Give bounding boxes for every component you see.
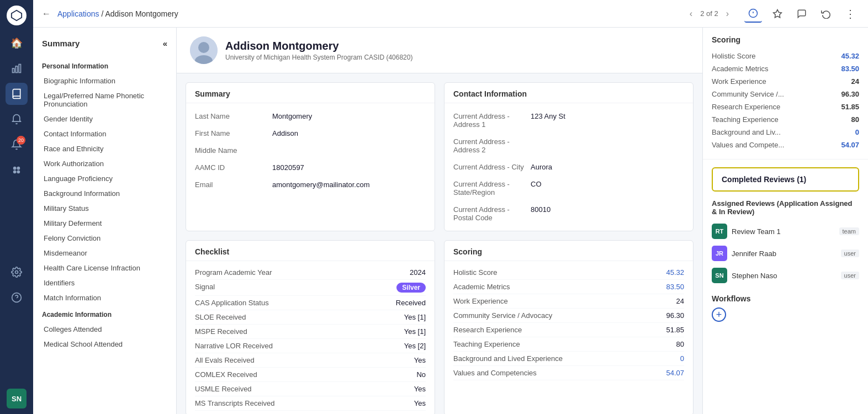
label-address1: Current Address - Address 1 — [453, 110, 531, 131]
sidebar-item-biographic[interactable]: Biographic Information — [33, 73, 176, 88]
sidebar-item-medical-school[interactable]: Medical School Attended — [33, 337, 176, 352]
sidebar-header: Summary « — [33, 34, 176, 52]
breadcrumb: Applications / Addison Montgomery — [57, 9, 178, 18]
info-icon[interactable] — [744, 5, 762, 23]
signal-badge: Silver — [396, 283, 426, 293]
add-workflow-button[interactable]: + — [712, 307, 726, 322]
next-record[interactable]: › — [724, 9, 731, 19]
contact-panel-title: Contact Information — [444, 83, 693, 103]
reviewer-avatar-rt: RT — [712, 224, 727, 239]
sidebar-item-colleges[interactable]: Colleges Attended — [33, 322, 176, 337]
label-email: Email — [195, 178, 272, 191]
svg-marker-0 — [12, 10, 22, 20]
reviewer-row-rt: RT Review Team 1 team — [703, 220, 868, 242]
more-icon[interactable]: ⋮ — [841, 5, 859, 23]
rp-scoring-section: Scoring Holistic Score 45.32 Academic Me… — [703, 28, 868, 160]
back-button[interactable]: ← — [42, 9, 51, 19]
nav-notifications[interactable]: 20 — [6, 134, 28, 156]
nav-help[interactable] — [6, 286, 28, 309]
sidebar: Summary « Personal Information Biographi… — [33, 28, 177, 414]
nav-settings[interactable] — [6, 261, 28, 283]
profile-name: Addison Montgomery — [225, 40, 412, 52]
completed-reviews-box[interactable]: Completed Reviews (1) — [712, 167, 859, 192]
checklist-row-usmle: USMLE Received Yes — [195, 382, 426, 396]
summary-contact-row: Summary Last Name Montgomery First Name … — [177, 73, 702, 240]
rp-teaching: Teaching Experience 80 — [712, 113, 859, 126]
rp-values-link[interactable]: 54.07 — [841, 141, 859, 149]
nav-home[interactable]: 🏠 — [6, 32, 28, 54]
breadcrumb-applications[interactable]: Applications — [57, 9, 99, 18]
values-score-link[interactable]: 54.07 — [666, 369, 684, 377]
app-logo — [7, 6, 27, 25]
sidebar-item-race[interactable]: Race and Ethnicity — [33, 141, 176, 156]
value-address2 — [531, 135, 684, 156]
checklist-row-narrative-lor: Narrative LOR Received Yes [2] — [195, 339, 426, 353]
value-middle-name — [272, 144, 426, 157]
scoring-row-values: Values and Competencies 54.07 — [453, 366, 684, 380]
assigned-reviews-title: Assigned Reviews (Application Assigned &… — [703, 199, 868, 220]
sidebar-item-legal-name[interactable]: Legal/Preferred Name Phonetic Pronunciat… — [33, 88, 176, 112]
record-count: 2 of 2 — [697, 9, 722, 18]
rp-research: Research Experience 51.85 — [712, 100, 859, 113]
prev-record[interactable]: ‹ — [687, 9, 695, 19]
checklist-row-cas: CAS Application Status Received — [195, 296, 426, 310]
sidebar-title: Summary — [42, 39, 80, 48]
value-city: Aurora — [531, 161, 684, 173]
history-icon[interactable] — [817, 5, 835, 23]
reviewer-tag-sn: user — [841, 272, 859, 279]
svg-rect-3 — [19, 65, 20, 73]
profile-info: Addison Montgomery University of Michiga… — [225, 40, 412, 61]
sidebar-item-healthcare-license[interactable]: Health Care License Infraction — [33, 261, 176, 275]
workflows-section: Workflows + — [703, 286, 868, 330]
rp-community: Community Service /... 96.30 — [712, 88, 859, 100]
top-action-icons: ⋮ — [744, 5, 859, 23]
sidebar-item-identifiers[interactable]: Identifiers — [33, 275, 176, 290]
sidebar-collapse-button[interactable]: « — [163, 39, 167, 48]
nav-apps[interactable] — [6, 159, 28, 181]
nav-chart[interactable] — [6, 57, 28, 79]
label-aamc: AAMC ID — [195, 161, 272, 174]
nav-book[interactable] — [6, 83, 28, 105]
checklist-row-mspe: MSPE Received Yes [1] — [195, 325, 426, 339]
contact-panel: Contact Information Current Address - Ad… — [444, 82, 694, 231]
rp-background-link[interactable]: 0 — [855, 128, 859, 136]
holistic-score-link[interactable]: 45.32 — [666, 268, 684, 277]
sidebar-item-felony[interactable]: Felony Conviction — [33, 231, 176, 246]
scoring-row-holistic: Holistic Score 45.32 — [453, 266, 684, 280]
rp-values: Values and Compete... 54.07 — [712, 139, 859, 151]
sidebar-section-academic: Academic Information — [33, 305, 176, 322]
value-last-name: Montgomery — [272, 110, 426, 123]
scoring-row-work: Work Experience 24 — [453, 294, 684, 309]
label-last-name: Last Name — [195, 110, 272, 123]
checklist-row-year: Program Academic Year 2024 — [195, 266, 426, 280]
user-avatar[interactable]: SN — [7, 389, 27, 408]
checklist-row-signal: Signal Silver — [195, 280, 426, 296]
checklist-scoring-row: Checklist Program Academic Year 2024 Sig… — [177, 240, 702, 414]
sidebar-item-military-deferment[interactable]: Military Deferment — [33, 216, 176, 231]
sidebar-item-military-status[interactable]: Military Status — [33, 201, 176, 216]
rp-holistic-link[interactable]: 45.32 — [841, 52, 859, 60]
star-icon[interactable] — [769, 5, 786, 23]
reviewer-tag-rt: team — [839, 227, 859, 235]
rp-holistic: Holistic Score 45.32 — [712, 50, 859, 62]
svg-rect-2 — [15, 66, 17, 73]
sidebar-item-background[interactable]: Background Information — [33, 186, 176, 201]
contact-grid: Current Address - Address 1 123 Any St C… — [453, 110, 684, 224]
sidebar-item-gender[interactable]: Gender Identity — [33, 112, 176, 126]
sidebar-item-language[interactable]: Language Proficiency — [33, 171, 176, 186]
summary-grid: Last Name Montgomery First Name Addison … — [195, 110, 426, 191]
sidebar-item-match[interactable]: Match Information — [33, 290, 176, 305]
background-score-link[interactable]: 0 — [680, 354, 684, 363]
sidebar-item-misdemeanor[interactable]: Misdemeanor — [33, 246, 176, 261]
profile-header: Addison Montgomery University of Michiga… — [177, 28, 702, 73]
rp-academic-link[interactable]: 83.50 — [841, 65, 859, 73]
academic-score-link[interactable]: 83.50 — [666, 283, 684, 291]
svg-marker-14 — [774, 9, 782, 17]
nav-announcements[interactable] — [6, 108, 28, 130]
checklist-row-all-evals: All Evals Received Yes — [195, 353, 426, 368]
checklist-panel: Checklist Program Academic Year 2024 Sig… — [186, 240, 435, 414]
chat-icon[interactable] — [793, 5, 811, 23]
sidebar-item-work-auth[interactable]: Work Authorization — [33, 156, 176, 171]
profile-subtitle: University of Michigan Health System Pro… — [225, 54, 412, 61]
sidebar-item-contact[interactable]: Contact Information — [33, 126, 176, 141]
